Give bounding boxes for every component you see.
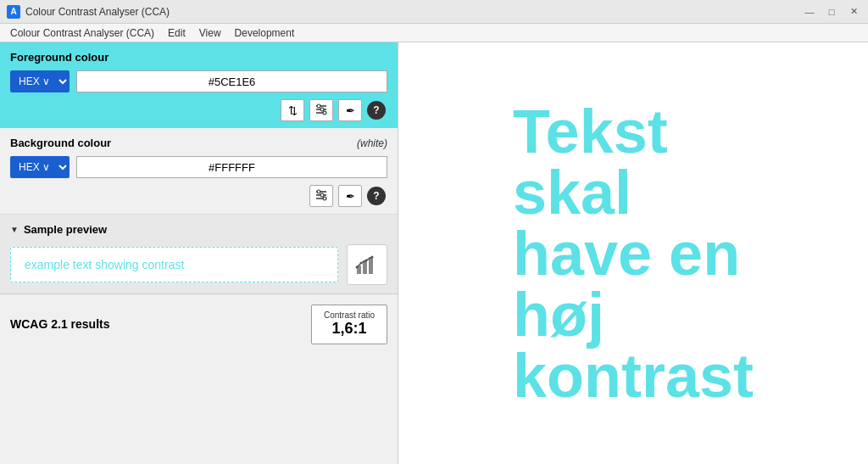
background-color-input[interactable]	[76, 156, 387, 178]
svg-point-17	[365, 259, 368, 261]
svg-point-11	[323, 197, 326, 200]
foreground-format-select[interactable]: HEX ∨	[10, 70, 70, 92]
swap-icon: ⇅	[288, 104, 298, 117]
eyedropper-fg-icon: ✒	[346, 104, 355, 117]
foreground-title: Foreground colour	[10, 51, 387, 64]
left-panel: Foreground colour HEX ∨ ⇅	[0, 42, 398, 464]
sliders-bg-icon	[314, 188, 328, 204]
background-format-select[interactable]: HEX ∨	[10, 156, 70, 178]
maximize-button[interactable]: □	[824, 4, 839, 20]
background-section: Background colour (white) HEX ∨	[0, 128, 398, 215]
help-fg-button[interactable]: ?	[367, 101, 386, 120]
title-bar-left: A Colour Contrast Analyser (CCA)	[7, 5, 170, 19]
menu-item-development[interactable]: Development	[228, 25, 302, 41]
adjust-fg-button[interactable]	[309, 99, 333, 121]
foreground-section: Foreground colour HEX ∨ ⇅	[0, 42, 398, 128]
svg-point-10	[320, 193, 324, 197]
preview-text: Tekst skal have en høj kontrast	[513, 101, 754, 406]
svg-point-15	[356, 266, 359, 268]
wcag-title: WCAG 2.1 results	[10, 317, 109, 331]
sample-header: ▼ Sample preview	[10, 223, 387, 236]
sliders-icon	[314, 103, 328, 119]
menu-bar: Colour Contrast Analyser (CCA) Edit View…	[0, 24, 868, 42]
right-panel: Tekst skal have en høj kontrast	[398, 42, 868, 464]
menu-item-cca[interactable]: Colour Contrast Analyser (CCA)	[3, 25, 161, 41]
menu-item-view[interactable]: View	[192, 25, 228, 41]
collapse-icon[interactable]: ▼	[10, 225, 19, 234]
svg-rect-14	[369, 257, 373, 274]
eyedropper-fg-button[interactable]: ✒	[338, 99, 362, 121]
svg-point-16	[360, 261, 363, 264]
background-title: Background colour	[10, 137, 111, 149]
svg-point-3	[317, 104, 320, 108]
svg-point-5	[323, 111, 326, 115]
foreground-input-row: HEX ∨	[10, 70, 387, 92]
title-bar-controls: — □ ✕	[802, 4, 861, 20]
title-bar: A Colour Contrast Analyser (CCA) — □ ✕	[0, 0, 868, 24]
chart-button[interactable]	[347, 244, 387, 285]
chart-icon	[355, 252, 379, 278]
sample-text: example text showing contrast	[25, 258, 184, 271]
swap-button[interactable]: ⇅	[281, 99, 304, 121]
foreground-color-input[interactable]	[76, 70, 387, 92]
adjust-bg-button[interactable]	[309, 185, 333, 207]
close-button[interactable]: ✕	[846, 4, 861, 20]
svg-point-9	[317, 190, 320, 193]
eyedropper-bg-icon: ✒	[346, 190, 355, 203]
preview-line-4: høj	[513, 284, 754, 345]
contrast-ratio-box: Contrast ratio 1,6:1	[311, 305, 387, 344]
main-content: Foreground colour HEX ∨ ⇅	[0, 42, 868, 464]
svg-point-18	[371, 255, 374, 258]
sample-content: example text showing contrast	[10, 244, 387, 285]
preview-line-3: have en	[513, 223, 754, 284]
contrast-ratio-label: Contrast ratio	[322, 310, 376, 320]
preview-line-1: Tekst	[513, 101, 754, 162]
title-bar-text: Colour Contrast Analyser (CCA)	[25, 6, 170, 18]
foreground-toolbar: ⇅ ✒	[10, 99, 387, 121]
preview-line-5: kontrast	[513, 345, 754, 406]
background-white-label: (white)	[357, 137, 387, 149]
menu-item-edit[interactable]: Edit	[161, 25, 192, 41]
sample-preview-section: ▼ Sample preview example text showing co…	[0, 215, 398, 294]
minimize-button[interactable]: —	[802, 4, 817, 20]
contrast-ratio-value: 1,6:1	[322, 320, 376, 338]
background-input-row: HEX ∨	[10, 156, 387, 178]
background-header: Background colour (white)	[10, 137, 387, 149]
background-toolbar: ✒ ?	[10, 185, 387, 207]
wcag-results-section: WCAG 2.1 results Contrast ratio 1,6:1	[0, 294, 398, 355]
help-fg-icon: ?	[373, 104, 379, 116]
help-bg-icon: ?	[373, 190, 379, 202]
sample-section-title: Sample preview	[24, 223, 107, 236]
eyedropper-bg-button[interactable]: ✒	[338, 185, 362, 207]
app-icon: A	[7, 5, 20, 19]
preview-line-2: skal	[513, 162, 754, 223]
sample-text-box: example text showing contrast	[10, 247, 338, 282]
svg-point-4	[320, 108, 324, 111]
help-bg-button[interactable]: ?	[367, 187, 386, 205]
